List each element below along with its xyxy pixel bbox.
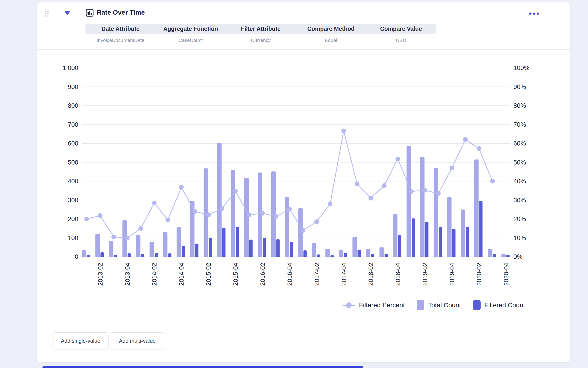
- line-point-filtered-percent[interactable]: [490, 179, 495, 184]
- bar-filtered-count[interactable]: [141, 254, 144, 257]
- bar-filtered-count[interactable]: [155, 253, 158, 257]
- bar-filtered-count[interactable]: [506, 255, 509, 257]
- bar-filtered-count[interactable]: [128, 253, 131, 257]
- line-point-filtered-percent[interactable]: [220, 206, 224, 211]
- bar-total-count[interactable]: [312, 243, 316, 257]
- bar-total-count[interactable]: [352, 237, 357, 257]
- add-single-value-button[interactable]: Add single-value: [53, 332, 109, 350]
- line-point-filtered-percent[interactable]: [477, 146, 481, 151]
- bar-total-count[interactable]: [339, 249, 343, 257]
- line-point-filtered-percent[interactable]: [314, 219, 319, 224]
- bar-total-count[interactable]: [217, 143, 221, 257]
- line-point-filtered-percent[interactable]: [395, 157, 400, 161]
- line-point-filtered-percent[interactable]: [422, 188, 427, 193]
- bar-filtered-count[interactable]: [87, 255, 90, 257]
- bar-total-count[interactable]: [163, 232, 167, 257]
- bar-total-count[interactable]: [271, 172, 276, 257]
- bar-total-count[interactable]: [231, 170, 235, 257]
- bar-filtered-count[interactable]: [222, 228, 226, 257]
- bar-filtered-count[interactable]: [344, 253, 347, 257]
- bar-filtered-count[interactable]: [479, 201, 483, 257]
- bar-filtered-count[interactable]: [236, 227, 239, 257]
- bar-total-count[interactable]: [177, 227, 181, 257]
- bar-total-count[interactable]: [298, 208, 303, 257]
- drag-handle-icon[interactable]: [44, 10, 49, 18]
- line-point-filtered-percent[interactable]: [368, 196, 373, 201]
- bar-total-count[interactable]: [434, 168, 438, 257]
- line-point-filtered-percent[interactable]: [274, 214, 278, 219]
- line-point-filtered-percent[interactable]: [449, 166, 454, 170]
- line-point-filtered-percent[interactable]: [139, 226, 143, 231]
- line-point-filtered-percent[interactable]: [111, 235, 116, 239]
- line-point-filtered-percent[interactable]: [301, 228, 305, 233]
- bar-total-count[interactable]: [461, 210, 465, 257]
- line-point-filtered-percent[interactable]: [84, 217, 89, 221]
- bar-total-count[interactable]: [82, 250, 86, 257]
- line-point-filtered-percent[interactable]: [166, 218, 170, 222]
- bar-filtered-count[interactable]: [466, 227, 469, 257]
- line-point-filtered-percent[interactable]: [179, 185, 184, 190]
- bar-total-count[interactable]: [244, 178, 249, 257]
- bar-filtered-count[interactable]: [385, 254, 388, 257]
- legend-item-total-count[interactable]: Total Count: [417, 300, 461, 310]
- bar-total-count[interactable]: [149, 242, 154, 257]
- bar-total-count[interactable]: [488, 249, 492, 257]
- bar-filtered-count[interactable]: [114, 255, 117, 257]
- bar-filtered-count[interactable]: [195, 244, 198, 257]
- line-point-filtered-percent[interactable]: [260, 211, 265, 216]
- bar-total-count[interactable]: [501, 254, 506, 257]
- collapse-chevron-icon[interactable]: [64, 11, 70, 16]
- bar-total-count[interactable]: [393, 214, 397, 257]
- bar-total-count[interactable]: [109, 241, 114, 257]
- line-point-filtered-percent[interactable]: [342, 128, 346, 133]
- bar-filtered-count[interactable]: [209, 238, 212, 257]
- line-point-filtered-percent[interactable]: [463, 137, 468, 142]
- line-point-filtered-percent[interactable]: [152, 201, 157, 205]
- line-point-filtered-percent[interactable]: [98, 213, 103, 218]
- bar-filtered-count[interactable]: [425, 222, 429, 257]
- bar-filtered-count[interactable]: [249, 240, 253, 257]
- line-point-filtered-percent[interactable]: [246, 212, 251, 217]
- rate-over-time-chart[interactable]: 00%10010%20020%30030%40040%50050%60060%7…: [37, 53, 570, 301]
- bar-filtered-count[interactable]: [304, 250, 307, 257]
- line-point-filtered-percent[interactable]: [382, 183, 386, 188]
- bar-total-count[interactable]: [406, 146, 411, 257]
- bar-filtered-count[interactable]: [412, 219, 415, 257]
- bar-total-count[interactable]: [420, 157, 425, 257]
- bar-filtered-count[interactable]: [263, 238, 266, 257]
- line-point-filtered-percent[interactable]: [206, 212, 211, 217]
- bar-filtered-count[interactable]: [331, 255, 334, 257]
- line-point-filtered-percent[interactable]: [193, 209, 197, 214]
- bar-total-count[interactable]: [379, 247, 384, 257]
- bar-total-count[interactable]: [285, 197, 289, 257]
- line-point-filtered-percent[interactable]: [328, 202, 333, 206]
- line-point-filtered-percent[interactable]: [287, 207, 292, 212]
- bar-filtered-count[interactable]: [493, 254, 496, 257]
- bar-filtered-count[interactable]: [371, 254, 374, 257]
- bar-total-count[interactable]: [366, 249, 370, 257]
- more-options-button[interactable]: [527, 11, 541, 18]
- bar-filtered-count[interactable]: [398, 235, 401, 257]
- bar-total-count[interactable]: [95, 234, 100, 257]
- legend-item-filtered-percent[interactable]: Filtered Percent: [342, 302, 405, 309]
- bar-filtered-count[interactable]: [317, 254, 320, 257]
- bar-filtered-count[interactable]: [357, 249, 361, 257]
- bar-filtered-count[interactable]: [452, 229, 456, 257]
- bar-filtered-count[interactable]: [439, 227, 442, 257]
- bar-total-count[interactable]: [136, 235, 140, 257]
- line-point-filtered-percent[interactable]: [233, 189, 238, 193]
- bar-total-count[interactable]: [325, 249, 330, 257]
- bar-filtered-count[interactable]: [290, 242, 293, 257]
- legend-item-filtered-count[interactable]: Filtered Count: [473, 300, 525, 310]
- add-multi-value-button[interactable]: Add multi-value: [111, 332, 164, 350]
- bar-filtered-count[interactable]: [100, 252, 104, 257]
- line-point-filtered-percent[interactable]: [355, 182, 360, 186]
- line-point-filtered-percent[interactable]: [409, 189, 414, 194]
- bar-total-count[interactable]: [204, 168, 208, 257]
- bar-filtered-count[interactable]: [182, 246, 185, 257]
- bar-filtered-count[interactable]: [168, 253, 171, 257]
- line-point-filtered-percent[interactable]: [436, 191, 441, 196]
- bar-total-count[interactable]: [447, 197, 452, 257]
- bar-filtered-count[interactable]: [276, 239, 280, 257]
- line-point-filtered-percent[interactable]: [125, 236, 130, 240]
